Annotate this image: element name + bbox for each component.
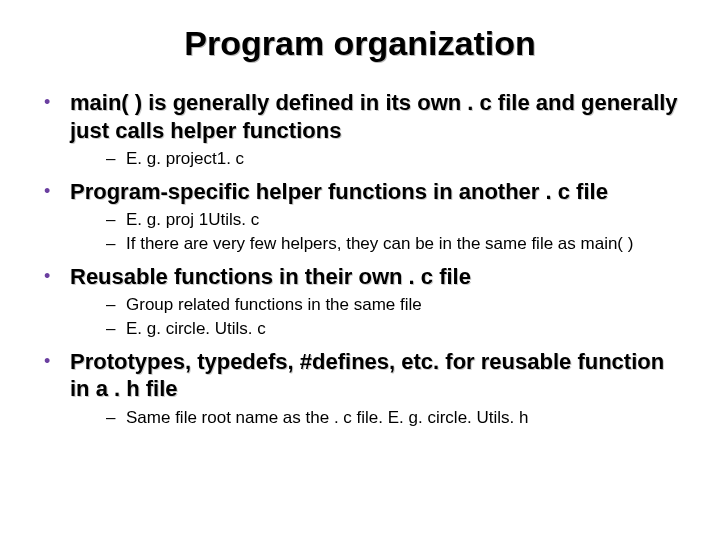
bullet-item: • Program-specific helper functions in a… <box>38 178 682 255</box>
dash-icon: – <box>106 209 115 231</box>
bullet-text: Reusable functions in their own . c file <box>70 263 682 291</box>
sub-list: –E. g. project1. c <box>70 148 682 170</box>
sub-item: –E. g. proj 1Utils. c <box>106 209 682 231</box>
sub-item: –Group related functions in the same fil… <box>106 294 682 316</box>
bullet-icon: • <box>44 93 50 111</box>
bullet-icon: • <box>44 182 50 200</box>
bullet-item: • main( ) is generally defined in its ow… <box>38 89 682 170</box>
bullet-item: • Reusable functions in their own . c fi… <box>38 263 682 340</box>
slide: Program organization • main( ) is genera… <box>0 0 720 540</box>
sub-text: E. g. project1. c <box>126 149 244 168</box>
sub-text: E. g. circle. Utils. c <box>126 319 266 338</box>
bullet-item: • Prototypes, typedefs, #defines, etc. f… <box>38 348 682 429</box>
dash-icon: – <box>106 233 115 255</box>
dash-icon: – <box>106 318 115 340</box>
sub-text: E. g. proj 1Utils. c <box>126 210 259 229</box>
bullet-icon: • <box>44 267 50 285</box>
sub-list: –E. g. proj 1Utils. c –If there are very… <box>70 209 682 255</box>
sub-item: –E. g. project1. c <box>106 148 682 170</box>
sub-text: Same file root name as the . c file. E. … <box>126 408 529 427</box>
sub-text: If there are very few helpers, they can … <box>126 234 633 253</box>
bullet-icon: • <box>44 352 50 370</box>
sub-item: –Same file root name as the . c file. E.… <box>106 407 682 429</box>
slide-title: Program organization <box>38 24 682 63</box>
sub-list: –Group related functions in the same fil… <box>70 294 682 340</box>
dash-icon: – <box>106 294 115 316</box>
sub-item: –If there are very few helpers, they can… <box>106 233 682 255</box>
bullet-text: Prototypes, typedefs, #defines, etc. for… <box>70 348 682 403</box>
dash-icon: – <box>106 148 115 170</box>
sub-text: Group related functions in the same file <box>126 295 422 314</box>
bullet-text: Program-specific helper functions in ano… <box>70 178 682 206</box>
sub-item: –E. g. circle. Utils. c <box>106 318 682 340</box>
sub-list: –Same file root name as the . c file. E.… <box>70 407 682 429</box>
dash-icon: – <box>106 407 115 429</box>
bullet-list: • main( ) is generally defined in its ow… <box>38 89 682 429</box>
bullet-text: main( ) is generally defined in its own … <box>70 89 682 144</box>
